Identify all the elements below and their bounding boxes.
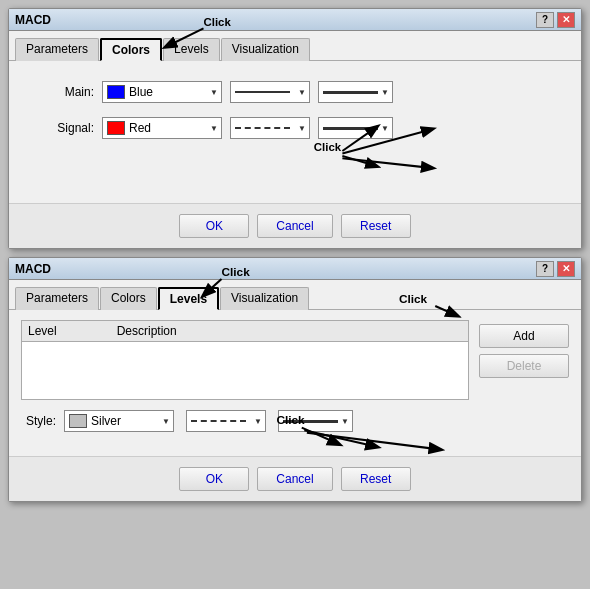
signal-style-dropdown[interactable]: ▼ [230,117,310,139]
tabs-2: Parameters Colors Levels Visualization [9,280,581,310]
signal-row: Signal: Red ▼ ▼ ▼ [39,117,551,139]
close-button-2[interactable]: ✕ [557,261,575,277]
signal-color-swatch [107,121,125,135]
main-color-swatch [107,85,125,99]
signal-color-arrow: ▼ [210,124,218,133]
title-1: MACD [15,13,51,27]
signal-color-dropdown[interactable]: Red ▼ [102,117,222,139]
tab-colors-2[interactable]: Colors [100,287,157,310]
dialog2-wrapper: MACD ? ✕ Parameters Colors Levels Visual… [8,257,582,502]
footer-2: OK Cancel Reset [9,456,581,501]
signal-style-arrow: ▼ [298,124,306,133]
description-col-header: Description [117,324,177,338]
help-button-1[interactable]: ? [536,12,554,28]
signal-width-dropdown[interactable]: ▼ [318,117,393,139]
levels-content: Level Description Style: Silver ▼ [9,310,581,456]
signal-line-thick [323,127,378,130]
reset-button-2[interactable]: Reset [341,467,411,491]
colors-content: Main: Blue ▼ ▼ ▼ Signal: [9,61,581,203]
levels-left: Level Description Style: Silver ▼ [21,320,469,446]
dialog1-wrapper: MACD ? ✕ Parameters Colors Levels Visual… [8,8,582,249]
main-line-solid [235,91,290,93]
title-bar-1: MACD ? ✕ [9,9,581,31]
cancel-button-2[interactable]: Cancel [257,467,332,491]
style-color-value: Silver [91,414,121,428]
style-width-dropdown[interactable]: ▼ [278,410,353,432]
footer-1: OK Cancel Reset [9,203,581,248]
style-color-swatch [69,414,87,428]
dialog1: MACD ? ✕ Parameters Colors Levels Visual… [8,8,582,249]
main-width-dropdown[interactable]: ▼ [318,81,393,103]
signal-label: Signal: [39,121,94,135]
ok-button-1[interactable]: OK [179,214,249,238]
style-dashed [191,420,246,422]
add-button[interactable]: Add [479,324,569,348]
delete-button[interactable]: Delete [479,354,569,378]
style-color-dropdown[interactable]: Silver ▼ [64,410,174,432]
levels-main: Level Description Style: Silver ▼ [21,320,569,446]
levels-buttons: Add Delete [479,320,569,446]
main-color-arrow: ▼ [210,88,218,97]
signal-line-dashed [235,127,290,129]
tabs-1: Parameters Colors Levels Visualization [9,31,581,61]
tab-levels-1[interactable]: Levels [163,38,220,61]
tab-visualization-1[interactable]: Visualization [221,38,310,61]
title-bar-2: MACD ? ✕ [9,258,581,280]
help-button-2[interactable]: ? [536,261,554,277]
levels-table: Level Description [21,320,469,400]
title-controls-2: ? ✕ [536,261,575,277]
style-color-arrow: ▼ [162,417,170,426]
close-button-1[interactable]: ✕ [557,12,575,28]
signal-color-value: Red [129,121,151,135]
tab-visualization-2[interactable]: Visualization [220,287,309,310]
title-controls-1: ? ✕ [536,12,575,28]
levels-table-header: Level Description [22,321,468,342]
signal-width-arrow: ▼ [381,124,389,133]
title-2: MACD [15,262,51,276]
style-line-dropdown[interactable]: ▼ [186,410,266,432]
style-width-arrow: ▼ [341,417,349,426]
cancel-button-1[interactable]: Cancel [257,214,332,238]
style-row: Style: Silver ▼ ▼ ▼ [21,410,469,432]
main-style-arrow: ▼ [298,88,306,97]
ok-button-2[interactable]: OK [179,467,249,491]
main-color-dropdown[interactable]: Blue ▼ [102,81,222,103]
tab-levels-2[interactable]: Levels [158,287,219,310]
style-line-arrow: ▼ [254,417,262,426]
main-style-dropdown[interactable]: ▼ [230,81,310,103]
main-row: Main: Blue ▼ ▼ ▼ [39,81,551,103]
main-line-thick [323,91,378,94]
tab-colors-1[interactable]: Colors [100,38,162,61]
style-label: Style: [21,414,56,428]
main-width-arrow: ▼ [381,88,389,97]
main-label: Main: [39,85,94,99]
tab-parameters-2[interactable]: Parameters [15,287,99,310]
dialog2: MACD ? ✕ Parameters Colors Levels Visual… [8,257,582,502]
main-color-value: Blue [129,85,153,99]
level-col-header: Level [28,324,57,338]
reset-button-1[interactable]: Reset [341,214,411,238]
tab-parameters-1[interactable]: Parameters [15,38,99,61]
style-thick [283,420,338,423]
